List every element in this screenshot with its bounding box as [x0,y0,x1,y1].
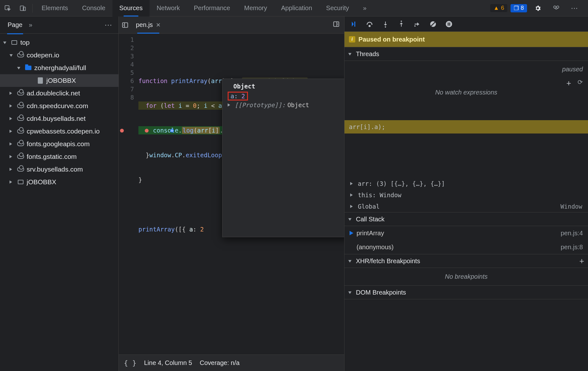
navigator-tabs: Page » ⋯ [0,16,118,34]
paused-code-text: arr[i].a); [349,123,385,130]
nav-panel-toggle-icon[interactable] [119,22,131,29]
chevron-right-icon [350,181,355,186]
step-over-icon[interactable] [365,19,374,29]
step-icon[interactable] [412,19,422,29]
folder-icon [25,64,32,71]
navigator-tab-page[interactable]: Page [3,19,27,30]
cursor-location: Line 4, Column 5 [144,359,192,367]
frame-loc: pen.js:4 [561,230,583,237]
devtools-toolbar: Elements Console Sources Network Perform… [0,0,588,16]
tree-domain[interactable]: cdn4.buysellads.net [0,112,118,125]
threads-section-header[interactable]: Threads [344,47,588,61]
tab-more-icon[interactable]: » [356,0,373,16]
debugger-panel-toggle-icon[interactable] [333,21,344,29]
pretty-print-icon[interactable]: { } [124,359,137,367]
svg-point-11 [401,21,402,22]
svg-point-3 [554,6,556,8]
kebab-menu-icon[interactable]: ⋯ [569,3,580,14]
tab-application[interactable]: Application [274,0,319,16]
tab-console[interactable]: Console [75,0,112,16]
callstack-frame[interactable]: printArray pen.js:4 [344,226,588,240]
inspect-icon[interactable] [2,3,13,14]
svg-point-9 [369,25,370,27]
navigator-tab-more-icon[interactable]: » [29,21,32,29]
customize-icon[interactable] [551,3,562,14]
tree-domain[interactable]: fonts.googleapis.com [0,138,118,150]
chevron-down-icon [3,40,8,45]
chevron-right-icon [350,204,355,209]
chevron-down-icon [348,217,353,222]
cloud-icon [17,115,24,122]
frame-name: printArray [357,230,384,237]
watch-empty-text: No watch expressions [344,84,588,101]
breakpoint-marker[interactable] [120,129,124,133]
tree-label: srv.buysellads.com [27,166,83,173]
line-gutter[interactable]: 12345678 [119,36,137,101]
scope-global[interactable]: Global Window [344,201,588,212]
tree-label: cdn4.buysellads.net [27,115,86,122]
tree-frame[interactable]: jOBOBBX [0,176,118,188]
svg-rect-17 [449,23,450,26]
deactivate-breakpoints-icon[interactable] [428,19,438,29]
tree-domain[interactable]: cdn.speedcurve.com [0,100,118,112]
tree-label: zoherghadyali/full [34,64,86,72]
navigator-menu-icon[interactable]: ⋯ [104,21,115,29]
xhr-breakpoints-header[interactable]: XHR/fetch Breakpoints + [344,254,588,268]
tree-label: fonts.gstatic.com [27,153,77,160]
logpoint-marker[interactable] [145,129,149,133]
pause-on-exceptions-icon[interactable] [444,19,454,29]
chevron-right-icon [10,154,15,159]
scope-this[interactable]: this: Window [344,189,588,201]
tree-label: jOBOBBX [46,77,76,84]
current-frame-icon [350,231,353,235]
step-into-icon[interactable] [381,19,390,29]
warnings-badge[interactable]: ▲ 6 [490,4,507,12]
chevron-right-icon [10,179,15,185]
scope-arr[interactable]: arr: (3) [{…}, {…}, {…}] [344,178,588,189]
add-xhr-breakpoint-icon[interactable]: + [579,256,584,266]
tree-domain[interactable]: fonts.gstatic.com [0,150,118,163]
settings-icon[interactable] [532,3,544,14]
tab-network[interactable]: Network [150,0,187,16]
editor-status-bar: { } Line 4, Column 5 Coverage: n/a [119,355,344,371]
callstack-section-header[interactable]: Call Stack [344,212,588,226]
tree-domain[interactable]: cpwebassets.codepen.io [0,125,118,138]
tab-elements[interactable]: Elements [35,0,75,16]
window-icon [17,179,24,186]
callstack-frame[interactable]: (anonymous) pen.js:8 [344,240,588,254]
tree-folder[interactable]: zoherghadyali/full [0,62,118,74]
close-icon[interactable]: ✕ [156,22,161,29]
chevron-right-icon [228,102,233,107]
dom-breakpoints-header[interactable]: DOM Breakpoints [344,285,588,299]
editor-tab-penjs[interactable]: pen.js ✕ [131,16,165,34]
tree-domain[interactable]: codepen.io [0,49,118,62]
issue-icon: ❐ [514,5,519,12]
step-out-icon[interactable] [397,19,406,29]
chevron-down-icon [348,258,353,264]
tab-memory[interactable]: Memory [237,0,274,16]
tree-file-selected[interactable]: jOBOBBX [0,74,118,87]
file-tree: top codepen.io zoherghadyali/full jOBOBB… [0,34,118,191]
debugger-pane: i Paused on breakpoint Threads paused + … [344,16,588,371]
tab-security[interactable]: Security [319,0,356,16]
thread-row[interactable]: paused [344,62,588,76]
section-title: XHR/fetch Breakpoints [356,257,420,265]
paused-banner: i Paused on breakpoint [344,32,588,47]
resume-icon[interactable] [349,19,358,29]
cloud-icon [17,128,24,135]
tree-domain[interactable]: srv.buysellads.com [0,163,118,176]
chevron-down-icon [10,53,15,58]
tab-performance[interactable]: Performance [187,0,237,16]
device-toggle-icon[interactable] [17,3,29,14]
divider [32,4,33,13]
scope-var-text: arr: (3) [{…}, {…}, {…}] [358,180,445,187]
svg-point-4 [557,6,559,8]
tree-label: cdn.speedcurve.com [27,102,88,110]
tab-sources[interactable]: Sources [112,0,150,16]
section-title: Call Stack [356,216,384,223]
issues-badge[interactable]: ❐ 8 [511,4,527,12]
xhr-empty-text: No breakpoints [344,268,588,285]
tree-domain[interactable]: ad.doubleclick.net [0,87,118,100]
tree-label: codepen.io [27,51,59,59]
tree-top[interactable]: top [0,36,118,49]
